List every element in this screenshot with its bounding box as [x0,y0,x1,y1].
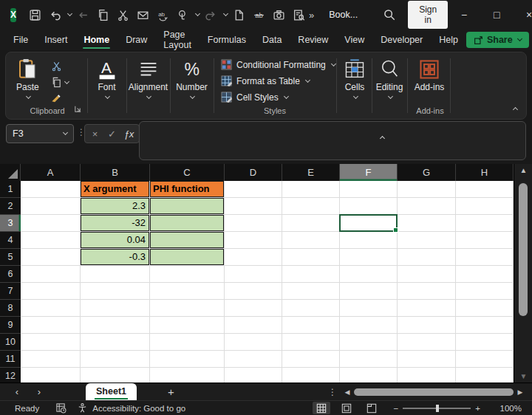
collapse-ribbon-icon[interactable] [512,101,517,114]
cell-A1[interactable] [21,181,81,198]
cell-F10[interactable] [340,334,398,351]
previous-sheet-icon[interactable]: ‹ [6,386,28,397]
cell-B10[interactable] [81,334,150,351]
cell-G11[interactable] [398,351,456,368]
cell-H1[interactable] [456,181,514,198]
page-layout-view-icon[interactable] [338,402,355,414]
copy-dropdown-icon[interactable] [64,78,69,83]
next-sheet-icon[interactable]: › [28,386,50,397]
cancel-entry-icon[interactable]: × [86,128,103,140]
email-icon[interactable] [134,7,151,24]
paste-button[interactable]: Paste [16,58,39,98]
cell-G6[interactable] [398,266,456,283]
cell-F9[interactable] [340,317,398,334]
column-header-A[interactable]: A [21,164,81,181]
cell-C2[interactable] [150,198,225,215]
cell-A10[interactable] [21,334,81,351]
cell-D2[interactable] [225,198,282,215]
cell-H7[interactable] [456,283,514,300]
cell-G7[interactable] [398,283,456,300]
normal-view-icon[interactable] [313,402,330,414]
format-as-table-button[interactable]: Format as Table [221,75,335,86]
column-header-H[interactable]: H [456,164,514,181]
sheet-options-icon[interactable]: ⋮ [328,387,337,397]
cell-B11[interactable] [81,351,150,368]
cell-F2[interactable] [340,198,398,215]
maximize-button[interactable]: □ [480,0,513,30]
scroll-left-icon[interactable]: ◀ [343,388,352,396]
tab-data[interactable]: Data [255,31,289,49]
tab-formulas[interactable]: Formulas [200,31,253,49]
cells-button[interactable]: Cells [338,58,371,98]
row-header-4[interactable]: 4 [0,232,21,249]
select-all-corner[interactable] [0,164,21,181]
insert-function-icon[interactable]: ƒx [120,128,137,140]
cell-H8[interactable] [456,300,514,317]
zoom-slider[interactable] [403,408,471,409]
cell-G2[interactable] [398,198,456,215]
cell-E11[interactable] [282,351,340,368]
cell-E3[interactable] [282,215,340,232]
minimize-button[interactable]: − [448,0,480,30]
cell-H2[interactable] [456,198,514,215]
cell-F6[interactable] [340,266,398,283]
tab-help[interactable]: Help [432,31,466,49]
cell-F11[interactable] [340,351,398,368]
sign-in-button[interactable]: Sign in [408,1,448,29]
cell-D4[interactable] [225,232,282,249]
row-header-2[interactable]: 2 [0,198,21,215]
accessibility-icon[interactable] [77,402,88,414]
cell-E7[interactable] [282,283,340,300]
undo-icon[interactable] [47,7,64,24]
cell-H10[interactable] [456,334,514,351]
cell-D11[interactable] [225,351,282,368]
cell-A12[interactable] [21,368,81,383]
row-header-3[interactable]: 3 [0,215,21,232]
cell-H3[interactable] [456,215,514,232]
tab-home[interactable]: Home [76,31,117,49]
cell-H9[interactable] [456,317,514,334]
cell-A6[interactable] [21,266,81,283]
cell-E8[interactable] [282,300,340,317]
cell-C6[interactable] [150,266,225,283]
cell-E2[interactable] [282,198,340,215]
tab-file[interactable]: File [6,31,35,49]
cell-E10[interactable] [282,334,340,351]
cell-F5[interactable] [340,249,398,266]
active-cell-selection[interactable] [339,214,398,232]
sheet-tab-sheet1[interactable]: Sheet1 [86,383,137,401]
cell-C11[interactable] [150,351,225,368]
cell-C5[interactable] [150,249,225,266]
accessibility-status[interactable]: Accessibility: Good to go [92,404,185,413]
name-box[interactable]: F3 [6,124,74,143]
share-button[interactable]: Share [466,32,529,48]
cell-G9[interactable] [398,317,456,334]
cell-E4[interactable] [282,232,340,249]
spelling-refresh-icon[interactable]: ab [154,7,171,24]
horizontal-scroll-thumb[interactable] [354,388,514,396]
column-header-B[interactable]: B [81,164,150,181]
cell-D9[interactable] [225,317,282,334]
cell-F7[interactable] [340,283,398,300]
cell-G8[interactable] [398,300,456,317]
cell-F8[interactable] [340,300,398,317]
cell-C12[interactable] [150,368,225,383]
cut-icon[interactable] [115,7,132,24]
zoom-out-icon[interactable]: − [394,404,399,413]
cell-B8[interactable] [81,300,150,317]
cell-B12[interactable] [81,368,150,383]
new-file-icon[interactable] [231,7,248,24]
strikethrough-icon[interactable]: ab [250,7,267,24]
row-header-1[interactable]: 1 [0,181,21,198]
cell-D12[interactable] [225,368,282,383]
row-header-10[interactable]: 10 [0,334,21,351]
camera-icon[interactable] [270,7,287,24]
zoom-slider-thumb[interactable] [436,405,439,412]
cell-G3[interactable] [398,215,456,232]
undo-dropdown-icon[interactable] [67,11,72,16]
cell-D10[interactable] [225,334,282,351]
print-preview-icon[interactable] [290,7,307,24]
cell-E6[interactable] [282,266,340,283]
conditional-formatting-button[interactable]: Conditional Formatting [221,59,335,70]
number-button[interactable]: % Number [170,58,214,98]
